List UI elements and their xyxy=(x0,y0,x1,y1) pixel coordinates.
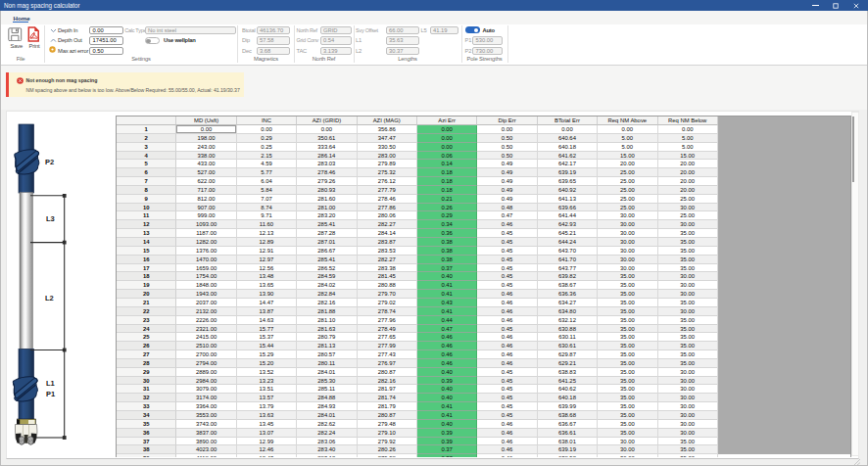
svg-text:P1: P1 xyxy=(46,390,55,398)
svg-text:L3: L3 xyxy=(46,214,55,223)
svg-text:P2: P2 xyxy=(45,158,54,166)
svg-text:L2: L2 xyxy=(45,294,54,303)
svg-text:L1: L1 xyxy=(46,379,55,388)
